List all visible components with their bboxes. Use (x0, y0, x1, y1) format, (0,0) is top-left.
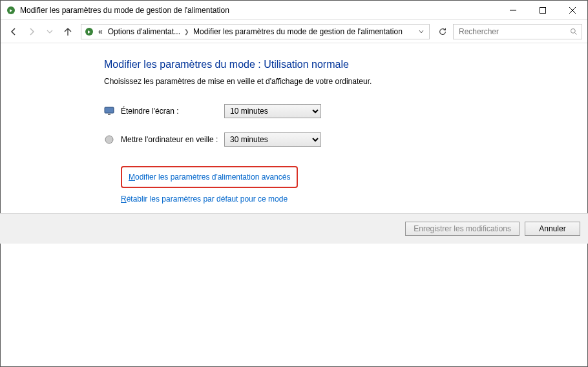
power-options-icon (84, 26, 94, 37)
footer: Enregistrer les modifications Annuler (0, 213, 588, 244)
display-off-select[interactable]: 10 minutes (224, 104, 321, 118)
save-button[interactable]: Enregistrer les modifications (405, 222, 520, 236)
svg-rect-9 (108, 114, 110, 115)
monitor-icon (104, 106, 114, 116)
setting-display-off: Éteindre l'écran : 10 minutes (104, 104, 562, 118)
setting-label: Mettre l'ordinateur en veille : (121, 135, 224, 144)
search-box[interactable] (453, 24, 582, 39)
recent-locations-button[interactable] (42, 24, 58, 39)
svg-point-10 (105, 136, 113, 143)
advanced-settings-link[interactable]: Modifier les paramètres d'alimentation a… (129, 171, 290, 183)
refresh-button[interactable] (435, 24, 450, 39)
cancel-button[interactable]: Annuler (525, 222, 580, 236)
svg-point-6 (571, 28, 576, 33)
moon-icon (104, 134, 114, 145)
setting-label: Éteindre l'écran : (121, 107, 224, 116)
breadcrumb-dropdown[interactable] (416, 29, 426, 34)
titlebar: Modifier les paramètres du mode de gesti… (1, 1, 587, 20)
breadcrumb-item[interactable]: Modifier les paramètres du mode de gesti… (192, 27, 404, 36)
search-icon (570, 28, 578, 36)
breadcrumb-item[interactable]: Options d'alimentat... (107, 27, 182, 36)
breadcrumb-prefix[interactable]: « (97, 27, 104, 36)
restore-defaults-link[interactable]: Rétablir les paramètres par défaut pour … (121, 193, 288, 205)
svg-rect-8 (105, 107, 114, 113)
back-button[interactable] (6, 24, 21, 39)
window-controls (498, 1, 587, 20)
svg-rect-2 (540, 7, 546, 13)
svg-line-7 (575, 32, 577, 34)
power-options-icon (6, 5, 16, 16)
content-area: Modifier les paramètres du mode : Utilis… (1, 43, 587, 205)
setting-sleep: Mettre l'ordinateur en veille : 30 minut… (104, 132, 562, 147)
chevron-right-icon: ❯ (184, 28, 189, 35)
page-title: Modifier les paramètres du mode : Utilis… (104, 59, 562, 70)
close-button[interactable] (558, 1, 587, 20)
highlight-box: Modifier les paramètres d'alimentation a… (121, 166, 298, 188)
maximize-button[interactable] (528, 1, 558, 20)
sleep-select[interactable]: 30 minutes (224, 132, 321, 147)
page-subtitle: Choisissez les paramètres de mise en vei… (104, 77, 562, 86)
window-title: Modifier les paramètres du mode de gesti… (20, 6, 498, 15)
search-input[interactable] (457, 26, 570, 37)
minimize-button[interactable] (498, 1, 528, 20)
breadcrumb[interactable]: « Options d'alimentat... ❯ Modifier les … (81, 24, 430, 39)
links-section: Modifier les paramètres d'alimentation a… (121, 166, 562, 205)
up-button[interactable] (60, 24, 76, 39)
navbar: « Options d'alimentat... ❯ Modifier les … (1, 20, 587, 43)
forward-button[interactable] (24, 24, 39, 39)
